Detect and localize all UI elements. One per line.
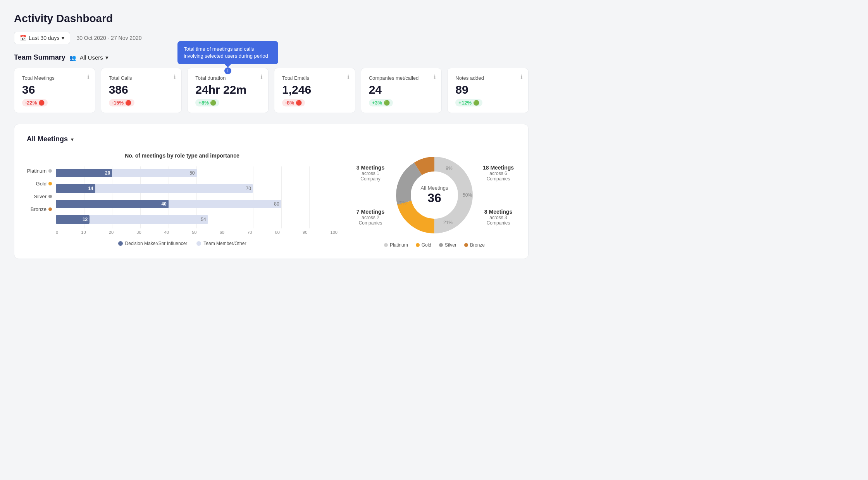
stat-card-total-emails: Total Emails 1,246 -8% 🔴 ℹ — [274, 68, 355, 113]
x-tick-90: 90 — [303, 230, 307, 235]
stat-value-companies: 24 — [369, 83, 434, 96]
bronze-company-count: across 1 Company — [353, 171, 388, 182]
bar-chart-body: Platinum Gold Silver — [27, 166, 338, 235]
users-dropdown[interactable]: All Users ▾ — [80, 54, 108, 61]
bar-dark-platinum: 20 — [56, 169, 112, 177]
meetings-section: All Meetings ▾ No. of meetings by role t… — [14, 124, 529, 259]
team-summary-header: Team Summary 👥 All Users ▾ — [14, 53, 529, 62]
stat-card-total-calls: Total Calls 386 -15% 🔴 ℹ — [101, 68, 182, 113]
platinum-legend-label: Platinum — [390, 242, 408, 248]
stat-badge-notes: +12% 🟢 — [455, 99, 482, 106]
bar-chart-title: No. of meetings by role type and importa… — [27, 153, 338, 159]
gold-legend-label: Gold — [422, 242, 431, 248]
info-icon-duration[interactable]: ℹ — [260, 74, 263, 81]
chevron-down-icon: ▾ — [62, 35, 64, 41]
bar-dark-bronze: 12 — [56, 215, 90, 224]
date-range-label: Last 30 days — [29, 35, 59, 41]
pct-label-gold: 21% — [443, 220, 453, 225]
stat-card-companies: Companies met/called 24 +3% 🟢 ℹ — [361, 68, 442, 113]
info-icon-emails[interactable]: ℹ — [347, 74, 350, 81]
charts-row: No. of meetings by role type and importa… — [27, 153, 516, 248]
x-tick-30: 30 — [136, 230, 141, 235]
donut-legend-gold: Gold — [416, 242, 431, 248]
donut-center-value: 36 — [421, 191, 448, 205]
users-label: All Users — [80, 54, 103, 61]
tooltip-anchor-icon: i — [224, 67, 231, 74]
silver-legend-label: Silver — [445, 242, 456, 248]
bar-rows: 50 20 70 14 80 40 — [56, 166, 338, 228]
pct-label-platinum: 50% — [463, 192, 472, 198]
bronze-legend-dot — [464, 243, 468, 247]
x-tick-0: 0 — [56, 230, 58, 235]
stat-label-duration: Total duration — [195, 75, 260, 81]
bar-chart-container: No. of meetings by role type and importa… — [27, 153, 338, 246]
date-range-value: 30 Oct 2020 - 27 Nov 2020 — [76, 35, 141, 41]
stat-value-notes: 89 — [455, 83, 520, 96]
bar-label-silver: Silver — [27, 194, 52, 199]
chevron-down-icon: ▾ — [105, 54, 108, 61]
page-container: Activity Dashboard 📅 Last 30 days ▾ 30 O… — [0, 0, 542, 271]
donut-label-bronze: 3 Meetings across 1 Company — [353, 165, 388, 182]
stat-badge-emails: -8% 🔴 — [282, 99, 305, 106]
silver-legend-dot — [439, 243, 443, 247]
bronze-meetings-count: 3 Meetings — [353, 165, 388, 171]
platinum-legend-dot — [384, 243, 388, 247]
calendar-icon: 📅 — [20, 35, 26, 41]
info-icon-notes[interactable]: ℹ — [520, 74, 523, 81]
legend-light-dot — [196, 241, 201, 246]
legend-light-label: Team Member/Other — [203, 241, 246, 246]
platinum-meetings-count: 18 Meetings — [481, 165, 516, 171]
pct-label-silver: 20% — [397, 200, 406, 206]
donut-left-labels: 3 Meetings across 1 Company 7 Meetings a… — [353, 165, 388, 226]
platinum-dot — [48, 169, 52, 173]
stats-grid: Total Meetings 36 -22% 🔴 ℹ Total Calls 3… — [14, 68, 529, 113]
stat-badge-calls: -15% 🔴 — [109, 99, 134, 106]
team-summary-title: Team Summary — [14, 53, 65, 62]
bar-chart-legend: Decision Maker/Snr Influencer Team Membe… — [27, 241, 338, 246]
date-range-dropdown[interactable]: 📅 Last 30 days ▾ — [14, 32, 70, 44]
info-icon-companies[interactable]: ℹ — [434, 74, 436, 81]
bar-row-bronze: 54 12 — [56, 214, 338, 225]
users-icon: 👥 — [69, 55, 76, 61]
platinum-company-count: across 6 Companies — [481, 171, 516, 182]
bar-label-platinum: Platinum — [27, 168, 52, 174]
gold-legend-dot — [416, 243, 420, 247]
donut-center-label: All Meetings — [421, 185, 448, 191]
bar-row-platinum: 50 20 — [56, 168, 338, 178]
bronze-dot — [48, 207, 52, 211]
stat-label-companies: Companies met/called — [369, 75, 434, 81]
bars-area: 50 20 70 14 80 40 — [52, 166, 338, 235]
gold-dot — [48, 182, 52, 185]
x-tick-40: 40 — [164, 230, 169, 235]
donut-legend-silver: Silver — [439, 242, 456, 248]
info-icon-calls[interactable]: ℹ — [174, 74, 176, 81]
bar-dark-gold: 14 — [56, 184, 95, 193]
y-axis-labels: Platinum Gold Silver — [27, 166, 52, 235]
stat-card-notes: Notes added 89 +12% 🟢 ℹ — [447, 68, 529, 113]
x-tick-80: 80 — [275, 230, 280, 235]
bronze-legend-label: Bronze — [470, 242, 485, 248]
chevron-down-icon-meetings[interactable]: ▾ — [71, 136, 74, 142]
info-icon-meetings[interactable]: ℹ — [87, 74, 90, 81]
meetings-header: All Meetings ▾ — [27, 135, 516, 143]
x-tick-60: 60 — [220, 230, 224, 235]
stat-badge-meetings: -22% 🔴 — [22, 99, 48, 106]
stat-value-meetings: 36 — [22, 83, 87, 96]
stat-label-emails: Total Emails — [282, 75, 347, 81]
stat-value-calls: 386 — [109, 83, 174, 96]
donut-legend-bronze: Bronze — [464, 242, 485, 248]
donut-legend: Platinum Gold Silver Bronze — [353, 242, 516, 248]
page-title: Activity Dashboard — [14, 12, 529, 25]
bar-label-bronze: Bronze — [27, 206, 52, 212]
x-tick-100: 100 — [331, 230, 338, 235]
stat-value-duration: 24hr 22m — [195, 83, 260, 96]
bar-row-gold: 70 14 — [56, 183, 338, 194]
legend-dark-dot — [118, 241, 123, 246]
donut-label-silver: 7 Meetings across 2 Companies — [353, 209, 388, 226]
bar-row-silver: 80 40 — [56, 199, 338, 209]
donut-center: All Meetings 36 — [421, 185, 448, 205]
legend-decision-maker: Decision Maker/Snr Influencer — [118, 241, 188, 246]
donut-right-labels: 18 Meetings across 6 Companies 8 Meeting… — [481, 165, 516, 226]
donut-chart-container: 3 Meetings across 1 Company 7 Meetings a… — [353, 153, 516, 248]
silver-meetings-count: 7 Meetings — [353, 209, 388, 215]
